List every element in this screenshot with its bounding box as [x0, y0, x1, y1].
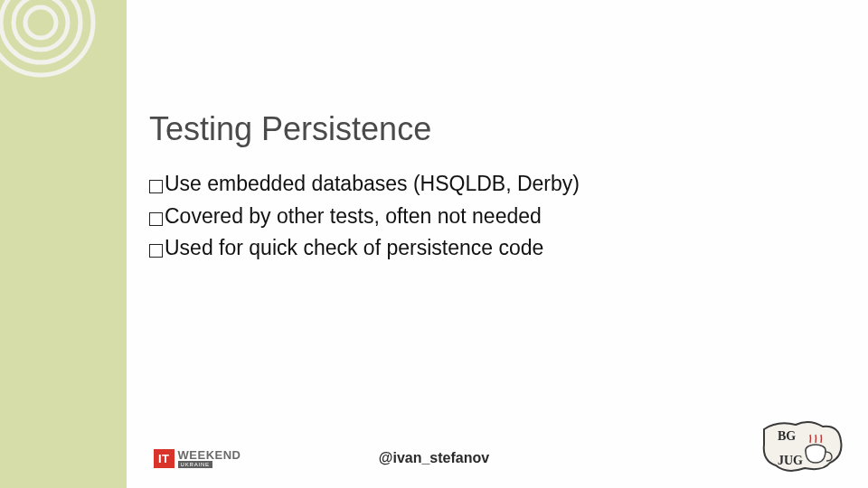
bullet-item: Used for quick check of persistence code	[149, 232, 800, 265]
bullet-list: Use embedded databases (HSQLDB, Derby) C…	[149, 168, 800, 265]
bullet-checkbox-icon	[149, 212, 163, 226]
bullet-item: Covered by other tests, often not needed	[149, 201, 800, 233]
slide-content: Testing Persistence Use embedded databas…	[149, 110, 800, 265]
bullet-checkbox-icon	[149, 180, 163, 193]
bg-jug-logo: BG JUG	[760, 416, 845, 477]
logo-text-bottom: JUG	[778, 454, 803, 467]
logo-text-top: BG	[778, 429, 796, 443]
bullet-checkbox-icon	[149, 244, 163, 258]
bullet-text: Covered by other tests, often not needed	[165, 201, 542, 233]
bullet-item: Use embedded databases (HSQLDB, Derby)	[149, 168, 800, 201]
slide-title: Testing Persistence	[149, 110, 800, 148]
bullet-text: Used for quick check of persistence code	[165, 232, 543, 265]
decorative-left-band	[0, 0, 127, 488]
bullet-text: Use embedded databases (HSQLDB, Derby)	[165, 168, 580, 201]
footer-handle: @ivan_stefanov	[0, 450, 868, 466]
